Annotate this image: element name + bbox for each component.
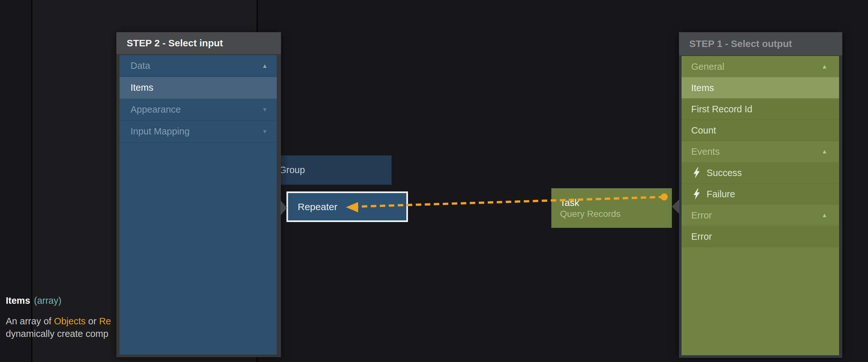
step2-panel-frame: Data▲ItemsAppearance▼Input Mapping▼ (116, 54, 281, 357)
step2-select-input-panel: STEP 2 - Select input Data▲ItemsAppearan… (116, 32, 281, 357)
property-description-line1: An array of Objects or Re (6, 315, 111, 328)
input-row-data[interactable]: Data▲ (120, 55, 277, 77)
step1-output-list: General▲ItemsFirst Record IdCountEvents▲… (682, 56, 839, 355)
node-repeater-label: Repeater (298, 201, 337, 212)
input-row-label: Input Mapping (130, 126, 190, 137)
output-row-success[interactable]: Success (682, 162, 839, 184)
output-row-general[interactable]: General▲ (682, 56, 839, 77)
step1-select-output-panel: STEP 1 - Select output General▲ItemsFirs… (679, 32, 842, 358)
node-task-title: Task (560, 197, 579, 208)
chevron-up-icon: ▲ (822, 63, 828, 70)
step1-panel-header: STEP 1 - Select output (679, 32, 842, 55)
output-row-label: General (691, 61, 724, 72)
output-row-label: Failure (707, 189, 735, 199)
mapping-editor-canvas: Items(array) An array of Objects or Re d… (0, 0, 868, 362)
output-row-first-record-id[interactable]: First Record Id (682, 99, 839, 120)
lightning-icon (692, 189, 702, 199)
lightning-icon (692, 167, 702, 178)
property-description-line2: dynamically create comp (6, 328, 111, 340)
output-row-label: Error (691, 231, 712, 242)
output-row-label: Events (691, 146, 720, 157)
input-row-input-mapping[interactable]: Input Mapping▼ (120, 121, 277, 143)
chevron-down-icon: ▼ (262, 128, 268, 135)
property-type-badge: (array) (34, 296, 61, 306)
output-row-events[interactable]: Events▲ (682, 141, 839, 162)
input-row-label: Items (130, 82, 153, 93)
step2-panel-header: STEP 2 - Select input (116, 32, 281, 54)
output-row-items[interactable]: Items (682, 77, 839, 99)
property-description-title-line: Items(array) (6, 296, 111, 306)
step1-panel-frame: General▲ItemsFirst Record IdCountEvents▲… (679, 55, 842, 358)
output-row-error[interactable]: Error▲ (682, 205, 839, 226)
chevron-down-icon: ▼ (262, 106, 268, 113)
input-row-appearance[interactable]: Appearance▼ (120, 99, 277, 121)
output-row-label: Success (707, 168, 742, 178)
output-row-failure[interactable]: Failure (682, 184, 839, 205)
node-task-subtitle: Query Records (560, 208, 620, 219)
chevron-up-icon: ▲ (822, 148, 828, 155)
output-row-label: Count (691, 125, 716, 136)
description-text: An array of (6, 316, 54, 326)
input-row-label: Data (130, 60, 150, 71)
description-text: or (86, 316, 99, 326)
output-row-label: First Record Id (691, 104, 752, 115)
output-row-count[interactable]: Count (682, 120, 839, 141)
type-link[interactable]: Objects (54, 316, 86, 326)
node-task-query-records[interactable]: Task Query Records (551, 188, 672, 228)
node-group-label: Group (279, 165, 305, 175)
input-row-items[interactable]: Items (120, 77, 277, 99)
step2-panel-callout-pointer (280, 200, 287, 216)
step2-input-list: Data▲ItemsAppearance▼Input Mapping▼ (120, 55, 277, 355)
property-description: Items(array) An array of Objects or Re d… (6, 296, 111, 340)
step1-panel-callout-pointer (672, 199, 679, 214)
output-row-label: Error (691, 210, 712, 221)
output-row-error[interactable]: Error (682, 226, 839, 247)
node-repeater[interactable]: Repeater (286, 191, 408, 222)
step2-panel-title: STEP 2 - Select input (127, 38, 223, 49)
chevron-up-icon: ▲ (822, 212, 828, 219)
property-name: Items (6, 296, 30, 306)
type-link[interactable]: Re (99, 316, 111, 326)
step1-panel-title: STEP 1 - Select output (689, 38, 792, 49)
input-row-label: Appearance (130, 104, 181, 115)
output-row-label: Items (691, 83, 714, 93)
chevron-up-icon: ▲ (262, 62, 268, 69)
